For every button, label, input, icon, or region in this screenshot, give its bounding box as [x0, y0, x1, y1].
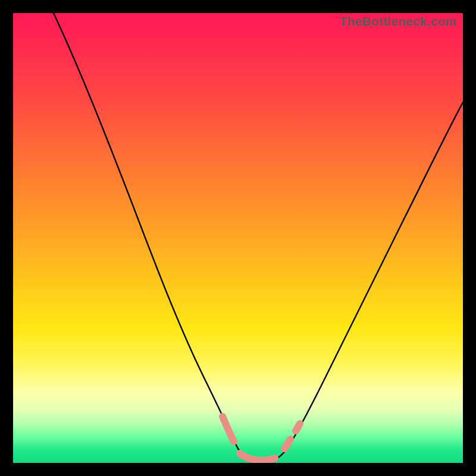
- salmon-dot-right-2: [296, 424, 300, 431]
- chart-frame: TheBottleneck.com: [0, 0, 476, 476]
- salmon-segment-mid: [240, 453, 275, 460]
- plot-area: TheBottleneck.com: [13, 13, 463, 463]
- curve-layer: [13, 13, 463, 463]
- salmon-dot-right: [284, 439, 290, 449]
- bottleneck-curve: [54, 13, 463, 462]
- salmon-segment-left: [223, 416, 234, 441]
- watermark-text: TheBottleneck.com: [340, 14, 457, 29]
- trough-markers: [223, 416, 300, 460]
